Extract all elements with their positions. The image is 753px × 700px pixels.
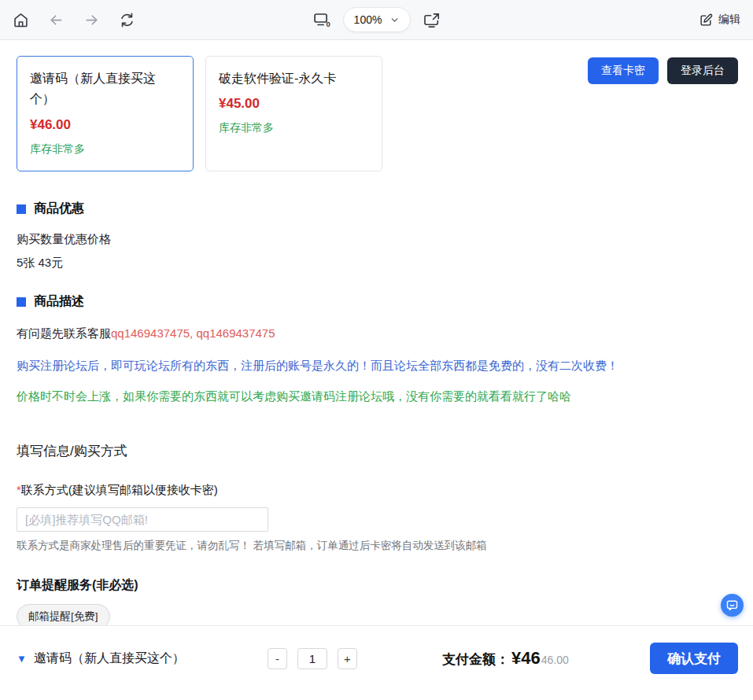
product-stock: 库存非常多 xyxy=(30,142,180,157)
zoom-value: 100% xyxy=(354,13,382,26)
chevron-down-icon xyxy=(389,15,400,25)
confirm-pay-button[interactable]: 确认支付 xyxy=(650,643,738,674)
payment-amount: 支付金额： ¥46 46.00 xyxy=(442,648,569,669)
contact-prefix: 有问题先联系客服 xyxy=(17,326,111,340)
promo-line-quantity: 购买数量优惠价格 xyxy=(17,232,738,247)
description-section: 商品描述 有问题先联系客服qq1469437475, qq1469437475 … xyxy=(17,293,738,404)
contact-hint: 联系方式是商家处理售后的重要凭证，请勿乱写！ 若填写邮箱，订单通过后卡密将自动发… xyxy=(17,539,738,553)
product-card-invite-code[interactable]: 邀请码（新人直接买这个） ¥46.00 库存非常多 xyxy=(17,56,194,171)
header-actions: 查看卡密 登录后台 xyxy=(588,56,738,84)
view-card-secret-button[interactable]: 查看卡密 xyxy=(588,57,659,84)
edit-compose-icon xyxy=(699,13,713,27)
product-price: ¥46.00 xyxy=(30,117,180,133)
promo-line-price: 5张 43元 xyxy=(17,256,738,271)
promo-section: 商品优惠 购买数量优惠价格 5张 43元 xyxy=(17,201,738,271)
payment-amount-label: 支付金额： xyxy=(442,650,509,669)
product-stock: 库存非常多 xyxy=(219,121,369,135)
edit-button[interactable]: 编辑 xyxy=(699,13,740,27)
checkout-bar: ▼ 邀请码（新人直接买这个） - + 支付金额： ¥46 46.00 确认支付 xyxy=(0,625,753,700)
top-row: 邀请码（新人直接买这个） ¥46.00 库存非常多 破走软件验证-永久卡 ¥45… xyxy=(17,56,738,171)
toolbar-view-group: 0 100% xyxy=(312,7,441,32)
product-name: 邀请码（新人直接买这个） xyxy=(30,68,180,110)
forward-arrow-icon xyxy=(83,12,100,28)
contact-qq-numbers: qq1469437475, qq1469437475 xyxy=(111,326,275,340)
zoom-dropdown[interactable]: 100% xyxy=(343,7,412,32)
monitor-popout-icon xyxy=(423,11,441,29)
payment-amount-integer: ¥46 xyxy=(511,648,541,669)
blue-square-icon xyxy=(17,204,26,214)
back-arrow-icon xyxy=(48,12,65,28)
quantity-increase-button[interactable]: + xyxy=(338,648,357,669)
home-button[interactable] xyxy=(13,12,29,28)
form-section-title: 填写信息/购买方式 xyxy=(17,442,738,460)
payment-amount-decimal: 46.00 xyxy=(541,654,569,666)
notify-section-title: 订单提醒服务(非必选) xyxy=(17,577,738,594)
description-title: 商品描述 xyxy=(34,293,84,310)
svg-text:0: 0 xyxy=(326,20,330,28)
login-admin-button[interactable]: 登录后台 xyxy=(667,57,738,84)
device-monitor-zero-icon: 0 xyxy=(312,10,331,29)
product-price: ¥45.00 xyxy=(219,96,369,112)
promo-heading: 商品优惠 xyxy=(17,201,738,217)
quantity-stepper: - + xyxy=(268,648,357,669)
quantity-input[interactable] xyxy=(297,648,327,669)
triangle-down-icon: ▼ xyxy=(17,654,27,664)
refresh-icon xyxy=(119,12,135,28)
customer-service-fab[interactable] xyxy=(721,594,744,617)
contact-field-label: *联系方式(建议填写邮箱以便接收卡密) xyxy=(17,483,738,498)
checkout-product-toggle[interactable]: ▼ 邀请码（新人直接买这个） xyxy=(17,650,253,667)
contact-input[interactable] xyxy=(17,507,268,532)
description-line-green: 价格时不时会上涨，如果你需要的东西就可以考虑购买邀请码注册论坛哦，没有你需要的就… xyxy=(17,389,738,404)
contact-label-text: 联系方式(建议填写邮箱以便接收卡密) xyxy=(21,483,218,496)
description-line-blue: 购买注册论坛后，即可玩论坛所有的东西，注册后的账号是永久的！而且论坛全部东西都是… xyxy=(17,359,738,374)
device-preview-button[interactable]: 0 xyxy=(312,10,331,29)
quantity-decrease-button[interactable]: - xyxy=(268,648,287,669)
product-card-software-key[interactable]: 破走软件验证-永久卡 ¥45.00 库存非常多 xyxy=(205,56,382,171)
forward-button[interactable] xyxy=(83,12,100,28)
checkout-product-label: 邀请码（新人直接买这个） xyxy=(34,650,185,667)
product-name: 破走软件验证-永久卡 xyxy=(219,68,369,89)
blue-square-icon xyxy=(17,297,26,307)
edit-label: 编辑 xyxy=(718,13,740,27)
toolbar-nav-group xyxy=(13,12,135,28)
description-heading: 商品描述 xyxy=(17,293,738,310)
description-contact-line: 有问题先联系客服qq1469437475, qq1469437475 xyxy=(17,326,738,341)
home-icon xyxy=(13,12,29,28)
back-button[interactable] xyxy=(48,12,65,28)
open-external-button[interactable] xyxy=(423,11,441,29)
product-card-list: 邀请码（新人直接买这个） ¥46.00 库存非常多 破走软件验证-永久卡 ¥45… xyxy=(17,56,382,171)
chat-bubble-icon xyxy=(725,599,739,612)
order-form-section: 填写信息/购买方式 *联系方式(建议填写邮箱以便接收卡密) 联系方式是商家处理售… xyxy=(17,442,738,629)
promo-title: 商品优惠 xyxy=(34,201,84,217)
product-page: 邀请码（新人直接买这个） ¥46.00 库存非常多 破走软件验证-永久卡 ¥45… xyxy=(0,40,753,629)
refresh-button[interactable] xyxy=(119,12,135,28)
browser-toolbar: 0 100% xyxy=(0,0,753,40)
